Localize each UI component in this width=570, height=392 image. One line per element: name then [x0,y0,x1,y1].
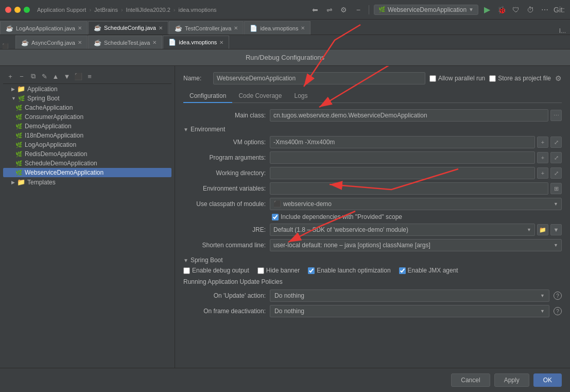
main-class-row: Main class: ⋯ [183,109,562,122]
spring-leaf-icon: 🌿 [15,132,23,139]
on-frame-dropdown[interactable]: Do nothing ▼ [270,305,549,317]
tab-scheduleconfig[interactable]: ☕ ScheduleConfig.java ✕ [88,21,168,35]
tree-item-consumerapp[interactable]: 🌿 ConsumerApplication [3,112,171,122]
chevron-right-icon: ▶ [11,180,15,185]
sort-button[interactable]: ⬛ [73,71,83,81]
tree-item-cacheapp[interactable]: 🌿 CacheApplication [3,103,171,112]
copy-config-button[interactable]: ⧉ [28,71,38,81]
tab-logs[interactable]: Logs [288,90,314,103]
tab-close[interactable]: ✕ [219,40,223,45]
more-tools-icon[interactable]: ⋯ [539,4,550,15]
tree-item-demoapp[interactable]: 🌿 DemoApplication [3,122,171,131]
tree-item-webserviceapp[interactable]: 🌿 WebserviceDemoApplication [3,168,171,177]
tab-asyncconfig[interactable]: ☕ AsyncConfig.java ✕ [15,36,88,49]
tab-close[interactable]: ✕ [234,25,238,31]
close-button[interactable] [5,7,11,13]
include-deps-checkbox[interactable] [272,214,279,220]
tree-item-i18napp[interactable]: 🌿 I18nDemoApplication [3,131,171,140]
remove-config-button[interactable]: − [16,71,27,81]
profile-icon[interactable]: ⏱ [525,4,536,15]
on-update-dropdown[interactable]: Do nothing ▼ [270,289,549,302]
on-frame-value: Do nothing [274,308,304,315]
settings-icon[interactable]: ⚙ [338,4,350,15]
tree-item-logaop[interactable]: 🌿 LogAopApplication [3,140,171,149]
args-expand-icon[interactable]: ⤢ [550,152,562,163]
vm-options-input[interactable] [270,136,535,148]
working-dir-input[interactable] [270,167,535,179]
args-add-icon[interactable]: + [537,152,548,163]
tab-scheduletest[interactable]: ☕ ScheduleTest.java ✕ [88,36,162,49]
program-args-input[interactable] [270,151,535,164]
edit-config-button[interactable]: ✎ [39,71,49,81]
enable-debug-checkbox[interactable] [183,267,190,274]
classpath-row: Use classpath of module: ⬛ webservice-de… [183,198,562,210]
move-up-button[interactable]: ▲ [50,71,61,81]
forward-icon[interactable]: ⇌ [324,4,335,15]
enable-jmx-checkbox[interactable] [399,267,406,274]
tab-code-coverage[interactable]: Code Coverage [232,90,288,103]
minus-icon[interactable]: − [353,4,364,15]
run-icon[interactable]: ▶ [481,4,493,15]
jre-browse-button[interactable]: 📁 [537,224,548,235]
tab-close[interactable]: ✕ [78,40,82,45]
window-controls[interactable] [5,7,30,13]
tab-close[interactable]: ✕ [152,40,157,45]
on-frame-help-icon[interactable]: ? [554,307,562,315]
dir-add-icon[interactable]: + [537,167,548,179]
minimize-button[interactable] [14,7,21,13]
store-project-checkbox[interactable] [489,75,496,82]
tab-testcontroller[interactable]: ☕ TestController.java ✕ [169,21,244,35]
vm-expand-icon[interactable]: ⤢ [550,137,562,148]
hide-banner-checkbox[interactable] [257,267,264,274]
tab-close[interactable]: ✕ [159,25,163,31]
tab-logaop[interactable]: ☕ LogAopApplication.java ✕ [0,21,88,35]
hide-banner-label: Hide banner [266,267,300,274]
run-config-dropdown[interactable]: 🌿 WebserviceDemoApplication ▼ [374,5,478,15]
back-icon[interactable]: ⬅ [309,4,321,15]
debug-icon[interactable]: 🐞 [496,4,507,15]
spring-leaf-icon: 🌿 [15,114,23,121]
application-group-header[interactable]: ▶ 📁 Application [3,84,171,94]
tab-configuration[interactable]: Configuration [183,90,232,103]
jre-dropdown[interactable]: Default (1.8 – SDK of 'webservice-demo' … [270,224,535,236]
java-icon: ☕ [6,25,13,32]
add-config-button[interactable]: + [5,71,15,81]
tree-item-redisapp[interactable]: 🌿 RedisDemoApplication [3,149,171,159]
cancel-button[interactable]: Cancel [451,373,490,387]
dialog-footer: Cancel Apply OK [0,368,570,392]
maximize-button[interactable] [24,7,30,13]
main-class-input[interactable] [270,109,548,122]
policies-title: Running Application Update Policies [183,278,562,285]
main-class-browse-button[interactable]: ⋯ [550,110,562,121]
tree-item-scheduleapp[interactable]: 🌿 ScheduleDemoApplication [3,159,171,168]
allow-parallel-checkbox[interactable] [429,75,436,82]
breadcrumb-3: IntelliJIdea2020.2 [126,7,170,13]
tab-close[interactable]: ✕ [78,25,82,31]
templates-group-header[interactable]: ▶ 📁 Templates [3,177,171,187]
dir-expand-icon[interactable]: ⤢ [550,167,562,179]
more-tabs[interactable]: I... [555,27,570,35]
env-browse-icon[interactable]: ⊞ [550,183,562,194]
move-down-button[interactable]: ▼ [62,71,72,81]
enable-launch-checkbox[interactable] [308,267,315,274]
tab-vmoptions2[interactable]: 📄 idea.vmoptions ✕ [163,36,229,49]
name-input[interactable] [213,72,425,84]
filter-button[interactable]: ≡ [84,71,95,81]
git-icon[interactable]: Git: [554,4,565,15]
sidebar-toggle[interactable]: ⬛ [0,43,15,49]
tab-close[interactable]: ✕ [301,25,305,31]
templates-folder-icon: 📁 [17,178,25,186]
classpath-dropdown[interactable]: ⬛ webservice-demo ▼ [270,198,562,210]
jre-add-button[interactable]: ▼ [550,224,562,235]
on-update-help-icon[interactable]: ? [554,292,562,300]
settings-gear-icon[interactable]: ⚙ [555,74,562,82]
env-vars-input[interactable] [270,182,548,195]
ok-button[interactable]: OK [533,373,562,387]
spring-boot-checkboxes: Enable debug output Hide banner Enable l… [183,267,562,274]
tab-vmoptions[interactable]: 📄 idea.vmoptions ✕ [244,21,310,35]
apply-button[interactable]: Apply [494,373,529,387]
run-coverage-icon[interactable]: 🛡 [510,4,522,15]
shorten-dropdown[interactable]: user-local default: none – java [options… [270,239,562,251]
spring-boot-group-header[interactable]: ▼ 🌿 Spring Boot [3,94,171,103]
vm-add-icon[interactable]: + [537,137,548,148]
